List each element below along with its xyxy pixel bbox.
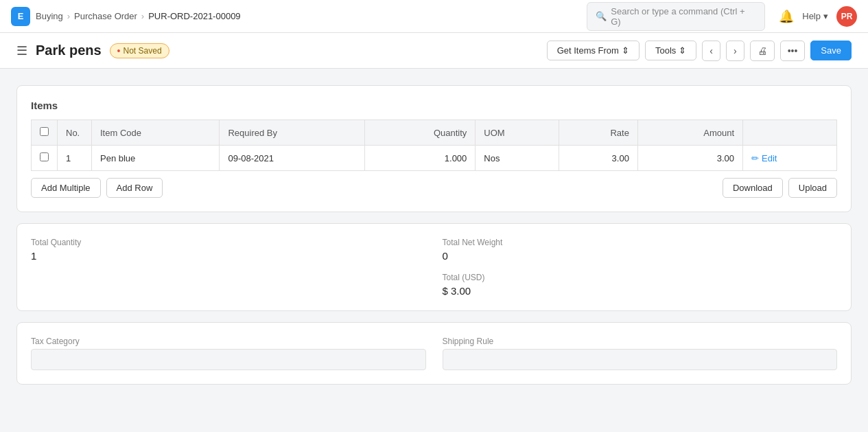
edit-button[interactable]: ✏ Edit <box>751 153 828 163</box>
chevron-down-icon: ⇕ <box>679 45 686 56</box>
app-logo[interactable]: E <box>11 7 30 26</box>
tax-shipping-card: Tax Category Shipping Rule <box>16 322 852 385</box>
nav-right: 🔔 Help ▾ PR <box>779 6 857 27</box>
total-net-weight-section: Total Net Weight 0 <box>443 238 838 262</box>
upload-button[interactable]: Upload <box>788 178 837 198</box>
more-button[interactable]: ••• <box>780 41 806 61</box>
breadcrumb: Buying › Purchase Order › PUR-ORD-2021-0… <box>36 11 241 21</box>
not-saved-text: Not Saved <box>124 46 162 56</box>
row-item-code: Pen blue <box>92 146 220 171</box>
help-button[interactable]: Help ▾ <box>802 11 828 21</box>
total-usd-section: Total (USD) $ 3.00 <box>443 273 838 297</box>
topnav: E Buying › Purchase Order › PUR-ORD-2021… <box>0 0 868 33</box>
edit-icon: ✏ <box>751 153 759 163</box>
select-all-checkbox[interactable] <box>40 127 49 136</box>
col-quantity: Quantity <box>365 120 476 146</box>
total-quantity-section: Total Quantity 1 <box>31 238 426 297</box>
fields-grid: Tax Category Shipping Rule <box>31 337 837 370</box>
row-amount: 3.00 <box>637 146 742 171</box>
chevron-down-icon: ▾ <box>823 11 828 21</box>
breadcrumb-sep-2: › <box>141 11 144 21</box>
items-table: No. Item Code Required By Quantity UOM R… <box>31 120 837 171</box>
items-card: Items No. Item Code Required By Quantity… <box>16 85 852 212</box>
download-button[interactable]: Download <box>723 178 783 198</box>
breadcrumb-sep-1: › <box>67 11 70 21</box>
row-rate: 3.00 <box>559 146 637 171</box>
total-net-weight-label: Total Net Weight <box>443 238 838 247</box>
not-saved-dot: • <box>117 45 121 56</box>
col-rate: Rate <box>559 120 637 146</box>
shipping-rule-field: Shipping Rule <box>443 337 838 370</box>
avatar[interactable]: PR <box>836 6 857 27</box>
add-row-button[interactable]: Add Row <box>106 178 163 198</box>
row-edit-cell: ✏ Edit <box>743 146 837 171</box>
summary-grid: Total Quantity 1 Total Net Weight 0 Tota… <box>31 238 837 297</box>
total-quantity-label: Total Quantity <box>31 238 426 247</box>
row-quantity: 1.000 <box>365 146 476 171</box>
col-uom: UOM <box>476 120 559 146</box>
col-amount: Amount <box>637 120 742 146</box>
row-required-by: 09-08-2021 <box>220 146 365 171</box>
total-quantity-value: 1 <box>31 250 426 262</box>
save-button[interactable]: Save <box>810 41 852 60</box>
breadcrumb-current: PUR-ORD-2021-00009 <box>148 11 240 21</box>
notifications-icon[interactable]: 🔔 <box>779 9 794 24</box>
shipping-rule-label: Shipping Rule <box>443 337 838 346</box>
table-actions-right: Download Upload <box>723 178 837 198</box>
print-button[interactable]: 🖨 <box>750 41 775 61</box>
add-multiple-button[interactable]: Add Multiple <box>31 178 101 198</box>
tax-category-label: Tax Category <box>31 337 426 346</box>
col-required-by: Required By <box>220 120 365 146</box>
total-right-section: Total Net Weight 0 Total (USD) $ 3.00 <box>443 238 838 297</box>
prev-button[interactable]: ‹ <box>702 41 720 61</box>
total-usd-label: Total (USD) <box>443 273 838 282</box>
col-no: No. <box>58 120 92 146</box>
get-items-button[interactable]: Get Items From ⇕ <box>547 41 640 60</box>
row-uom: Nos <box>476 146 559 171</box>
tools-button[interactable]: Tools ⇕ <box>645 41 696 60</box>
breadcrumb-buying[interactable]: Buying <box>36 11 63 21</box>
next-button[interactable]: › <box>726 41 744 61</box>
breadcrumb-purchase-order[interactable]: Purchase Order <box>74 11 137 21</box>
tax-category-field: Tax Category <box>31 337 426 370</box>
main-content: Items No. Item Code Required By Quantity… <box>0 69 868 412</box>
row-checkbox[interactable] <box>40 152 49 161</box>
page-header: ☰ Park pens • Not Saved Get Items From ⇕… <box>0 33 868 69</box>
search-bar[interactable]: 🔍 Search or type a command (Ctrl + G) <box>587 2 765 31</box>
header-actions: Get Items From ⇕ Tools ⇕ ‹ › 🖨 ••• Save <box>547 41 852 61</box>
not-saved-badge: • Not Saved <box>110 43 169 58</box>
col-item-code: Item Code <box>92 120 220 146</box>
summary-card: Total Quantity 1 Total Net Weight 0 Tota… <box>16 223 852 311</box>
row-no: 1 <box>58 146 92 171</box>
tax-category-input[interactable] <box>31 349 426 370</box>
table-row: 1 Pen blue 09-08-2021 1.000 Nos 3.00 3.0… <box>32 146 837 171</box>
col-checkbox <box>32 120 58 146</box>
shipping-rule-input[interactable] <box>443 349 838 370</box>
search-icon: 🔍 <box>596 11 607 21</box>
chevron-down-icon: ⇕ <box>622 45 629 56</box>
row-checkbox-cell <box>32 146 58 171</box>
page-title: Park pens <box>36 43 102 58</box>
items-section-title: Items <box>31 100 837 111</box>
search-placeholder: Search or type a command (Ctrl + G) <box>611 6 756 27</box>
total-net-weight-value: 0 <box>443 250 838 262</box>
table-actions: Add Multiple Add Row Download Upload <box>31 178 837 198</box>
hamburger-icon[interactable]: ☰ <box>16 43 27 58</box>
col-actions <box>743 120 837 146</box>
total-usd-value: $ 3.00 <box>443 285 838 297</box>
